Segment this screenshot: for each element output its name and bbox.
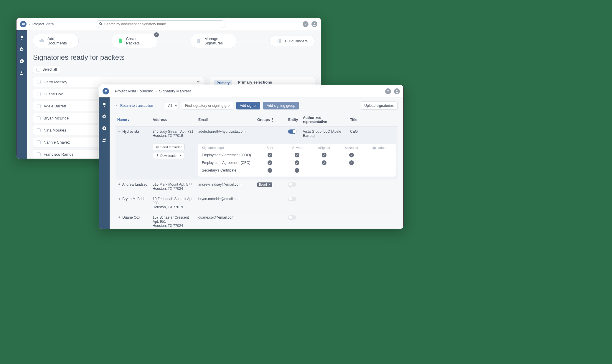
svg-rect-6: [278, 39, 278, 43]
sort-icon: ▴▾: [175, 104, 177, 107]
check-icon: ✓: [322, 153, 326, 157]
doc-name: Employment Agreement (COO): [202, 153, 256, 157]
topbar: ⇄ › Project Vista ?: [17, 18, 321, 30]
check-icon: ✓: [349, 160, 354, 165]
bell-icon[interactable]: [102, 102, 107, 107]
app-logo-icon[interactable]: ⇄: [20, 21, 27, 27]
svg-rect-8: [280, 39, 281, 43]
entity-toggle[interactable]: [288, 197, 296, 201]
find-input[interactable]: [182, 102, 233, 109]
col-title[interactable]: Title: [348, 113, 397, 127]
workflow-create-packets[interactable]: Create Packets ✕: [112, 34, 157, 48]
upload-signatories-button[interactable]: Upload signatories: [361, 102, 397, 110]
row-email: duane.cox@email.com: [197, 212, 255, 229]
row-title: CEO: [348, 127, 397, 141]
row-auth-rep: Vista Group, LLC (Adele Barrett): [301, 127, 348, 141]
select-all-checkbox[interactable]: Select all: [33, 66, 60, 73]
svg-point-9: [396, 90, 397, 91]
signatory-name: Francisco Ramos: [44, 152, 73, 157]
gear-icon[interactable]: [19, 47, 24, 52]
entity-toggle[interactable]: [288, 182, 296, 187]
document-icon: [118, 38, 123, 44]
check-icon: ✓: [295, 160, 299, 165]
sidebar: [99, 97, 110, 229]
add-user-icon[interactable]: [102, 137, 107, 143]
help-icon[interactable]: ?: [303, 21, 309, 27]
checkbox-icon: [37, 128, 41, 132]
col-entity[interactable]: Entity: [286, 113, 301, 127]
table-row-detail: ✉ Send reminder ⬇ Downloads ▾ Signature …: [116, 141, 397, 179]
cloud-icon: [39, 38, 44, 44]
collapse-icon[interactable]: –: [117, 129, 121, 134]
search-input-wrap[interactable]: [96, 20, 225, 28]
signatory-name: Harry Massey: [44, 80, 67, 84]
row-name: Andrew Lindsey: [122, 182, 147, 187]
menu-dots-icon: ⋮: [271, 118, 274, 122]
breadcrumb-page[interactable]: Signatory Manifest: [159, 89, 191, 93]
table-row: + Andrew Lindsey 510 Mark Mount Apt. 577…: [116, 179, 397, 194]
col-address[interactable]: Address: [151, 113, 197, 127]
downloads-button[interactable]: ⬇ Downloads ▾: [153, 152, 184, 159]
close-icon[interactable]: ✕: [268, 183, 270, 186]
row-address: 10 Zechariah Summit Apt. 903Houston, TX …: [151, 194, 197, 212]
breadcrumb-project[interactable]: Project Vista Founding: [115, 89, 154, 93]
workflow-manage-signatures[interactable]: Manage Signatures: [191, 34, 236, 48]
row-name: Duane Cox: [122, 215, 140, 220]
sidebar: [17, 30, 27, 159]
settings-heading: Primary selections: [238, 80, 311, 84]
expand-icon[interactable]: +: [117, 182, 121, 187]
filter-select[interactable]: All ▴▾: [165, 102, 179, 109]
row-name: Bryan McBride: [122, 197, 146, 201]
col-auth-rep[interactable]: Authorized representative: [301, 113, 348, 127]
download-icon[interactable]: [102, 126, 107, 131]
return-link[interactable]: ← Return to transaction: [116, 104, 153, 108]
workflow-build-binders[interactable]: Build Binders: [269, 36, 315, 46]
checkbox-icon: [37, 104, 41, 108]
breadcrumb[interactable]: Project Vista: [32, 22, 54, 26]
download-icon[interactable]: [19, 59, 24, 64]
doc-name: Secretary's Certificate: [202, 168, 256, 172]
entity-toggle[interactable]: [288, 129, 296, 134]
row-address: 510 Mark Mount Apt. 577Houston, TX 77024: [151, 179, 197, 194]
signatory-name: Bryan McBride: [44, 116, 69, 120]
svg-point-11: [103, 139, 105, 140]
sort-asc-icon: ▴: [128, 119, 129, 122]
arrow-left-icon: ←: [116, 104, 119, 108]
search-input[interactable]: [104, 22, 222, 26]
user-avatar-icon[interactable]: [311, 21, 317, 27]
table-row-expanded: – Hydrovista 346 Judy Stream Apt. 731Hou…: [116, 127, 397, 141]
user-avatar-icon[interactable]: [394, 88, 400, 94]
send-reminder-button[interactable]: ✉ Send reminder: [153, 144, 185, 150]
check-icon: ✓: [295, 153, 299, 157]
app-logo-icon[interactable]: ⇄: [103, 88, 109, 94]
row-email: bryan.mcbride@email.com: [197, 194, 255, 212]
add-signer-button[interactable]: Add signer: [236, 102, 260, 109]
col-name[interactable]: Name ▴: [116, 113, 151, 127]
add-group-button[interactable]: Add signing group: [263, 102, 299, 109]
doc-row: Employment Agreement (CFO) ✓✓✓✓: [202, 159, 392, 167]
checkbox-icon: [37, 152, 41, 156]
workflow-add-documents[interactable]: Add Documents: [33, 34, 79, 48]
chevron-down-icon[interactable]: [197, 80, 200, 84]
mail-icon: ✉: [156, 145, 159, 149]
expand-icon[interactable]: +: [117, 197, 121, 201]
checkbox-icon: [37, 116, 41, 120]
col-groups[interactable]: Groups ⋮: [255, 113, 286, 127]
add-user-icon[interactable]: [19, 70, 24, 76]
bell-icon[interactable]: [19, 35, 24, 40]
gear-icon[interactable]: [102, 114, 107, 119]
expand-icon[interactable]: +: [117, 215, 121, 220]
chevron-right-icon: ›: [156, 89, 157, 93]
documents-subtable: Signature page Sent Viewed eSigned Accep…: [198, 144, 396, 177]
col-email[interactable]: Email: [197, 113, 255, 127]
close-icon[interactable]: ✕: [154, 32, 159, 37]
checkbox-icon: [37, 80, 41, 84]
group-badge[interactable]: Board ✕: [257, 182, 272, 187]
help-icon[interactable]: ?: [385, 88, 391, 94]
doc-row: Employment Agreement (COO) ✓✓✓✓: [202, 151, 392, 159]
check-icon: ✓: [268, 168, 272, 173]
chevron-down-icon: ▾: [180, 154, 181, 157]
entity-toggle[interactable]: [288, 215, 296, 220]
row-email: andrew.lindsey@email.com: [197, 179, 255, 194]
page-title: Signatories ready for packets: [33, 53, 315, 62]
